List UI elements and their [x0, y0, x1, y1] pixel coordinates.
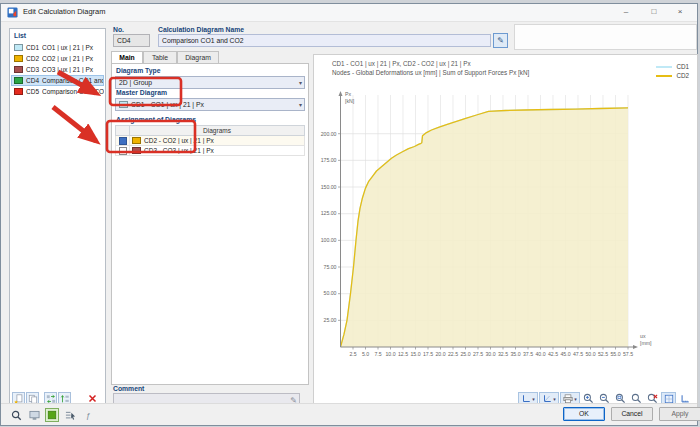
svg-text:27.5: 27.5 [473, 351, 483, 357]
magnifier-dark-icon [11, 410, 22, 421]
list-item-id: CD4 [26, 77, 39, 84]
plot-area[interactable]: 2.55.07.510.012.515.017.520.022.525.027.… [314, 55, 697, 409]
list-item[interactable]: CD3 CO3 | ux | 21 | Px [11, 64, 104, 75]
assignment-row-label: CD3 - CO3 | ux | 21 | Px [144, 147, 214, 154]
list-item[interactable]: CD4 Comparison CO1 and CO2 [11, 75, 104, 86]
assignment-checkbox[interactable] [119, 137, 127, 145]
list-item[interactable]: CD5 Comparison CO1-CO2-CO3 [11, 86, 104, 97]
display-settings-button[interactable] [27, 408, 41, 422]
list-item-id: CD5 [26, 88, 39, 95]
assignment-checkbox[interactable] [119, 147, 127, 155]
pointer-list-icon [65, 410, 76, 421]
svg-text:47.5: 47.5 [573, 351, 583, 357]
svg-text:50.00: 50.00 [324, 290, 337, 296]
apply-button[interactable]: Apply [659, 407, 700, 421]
chart-legend: CD1 CD2 [656, 62, 689, 80]
app-icon [7, 7, 18, 18]
select-objects-button[interactable] [63, 408, 77, 422]
list-item-name: CO2 | ux | 21 | Px [42, 55, 104, 62]
svg-text:55.0: 55.0 [610, 351, 620, 357]
legend-line-swatch [656, 66, 672, 68]
assignment-row[interactable]: CD3 - CO3 | ux | 21 | Px [115, 146, 305, 156]
diagrams-column-header: Diagrams [130, 126, 304, 135]
assignment-row[interactable]: CD2 - CO2 | ux | 21 | Px [115, 136, 305, 146]
info-button[interactable] [9, 408, 23, 422]
axes-diagonal-icon [542, 394, 552, 404]
svg-text:10.0: 10.0 [385, 351, 395, 357]
chart-panel: CD1 - CO1 | ux | 21 | Px, CD2 - CO2 | ux… [313, 54, 698, 410]
master-diagram-select[interactable]: CD1 - CO1 | ux | 21 | Px ▾ [115, 98, 305, 111]
svg-text:[mm]: [mm] [640, 340, 652, 346]
renumber-icon [46, 394, 56, 404]
minimize-button[interactable]: – [613, 4, 639, 20]
name-label: Calculation Diagram Name [158, 26, 244, 33]
cancel-button[interactable]: Cancel [611, 407, 653, 421]
rename-button[interactable]: ✎ [493, 33, 508, 48]
ok-button[interactable]: OK [563, 407, 605, 421]
svg-text:17.5: 17.5 [423, 351, 433, 357]
dialog-footer: ƒ OK Cancel Apply [1, 403, 697, 425]
svg-text:45.0: 45.0 [560, 351, 570, 357]
svg-text:[kN]: [kN] [345, 98, 355, 104]
color-swatch [14, 44, 23, 51]
svg-text:15.0: 15.0 [410, 351, 420, 357]
diagram-type-label: Diagram Type [116, 67, 160, 74]
screen: Edit Calculation Diagram – □ × List CD1 … [0, 0, 700, 427]
assignment-table-header: Diagrams [115, 125, 305, 136]
color-swatch [14, 88, 23, 95]
window-title: Edit Calculation Diagram [23, 7, 106, 16]
display-icon [29, 410, 40, 421]
svg-text:12.5: 12.5 [398, 351, 408, 357]
title-bar[interactable]: Edit Calculation Diagram – □ × [1, 4, 697, 22]
assignment-table: Diagrams CD2 - CO2 | ux | 21 | Px CD3 - … [115, 125, 305, 156]
assignment-rows: CD2 - CO2 | ux | 21 | Px CD3 - CO3 | ux … [115, 136, 305, 156]
list-panel: List CD1 CO1 | ux | 21 | Px CD2 CO2 | ux… [9, 28, 106, 409]
svg-text:20.0: 20.0 [435, 351, 445, 357]
chevron-down-icon: ▾ [299, 79, 302, 86]
chart-title: CD1 - CO1 | ux | 21 | Px, CD2 - CO2 | ux… [332, 60, 471, 67]
legend-line-swatch [656, 75, 672, 77]
svg-text:25.00: 25.00 [324, 317, 337, 323]
close-button[interactable]: × [667, 4, 693, 20]
list-item-id: CD1 [26, 44, 39, 51]
svg-text:2.5: 2.5 [349, 351, 356, 357]
top-right-panel [514, 24, 697, 50]
svg-text:52.5: 52.5 [598, 351, 608, 357]
legend-label: CD2 [676, 72, 689, 79]
rendering-toggle-button[interactable] [45, 408, 59, 422]
function-icon: ƒ [86, 411, 90, 420]
legend-label: CD1 [676, 63, 689, 70]
delete-x-icon [88, 394, 97, 403]
svg-text:75.00: 75.00 [324, 264, 337, 270]
svg-text:100.00: 100.00 [321, 237, 337, 243]
svg-text:57.5: 57.5 [623, 351, 633, 357]
svg-text:37.5: 37.5 [523, 351, 533, 357]
svg-text:200.00: 200.00 [321, 131, 337, 137]
list-item-name: Comparison CO1 and CO2 [42, 77, 104, 84]
svg-text:40.0: 40.0 [535, 351, 545, 357]
list-item-name: CO1 | ux | 21 | Px [42, 44, 104, 51]
comment-label: Comment [113, 385, 144, 392]
svg-text:Px: Px [345, 91, 351, 97]
list-item[interactable]: CD2 CO2 | ux | 21 | Px [11, 53, 104, 64]
name-field[interactable]: Comparison CO1 and CO2 [158, 34, 491, 47]
list-item-name: CO3 | ux | 21 | Px [42, 66, 104, 73]
color-swatch [132, 147, 141, 154]
master-diagram-value: CD1 - CO1 | ux | 21 | Px [131, 101, 204, 108]
axis-scale-icon [680, 394, 690, 404]
list-item-id: CD3 [26, 66, 39, 73]
maximize-button[interactable]: □ [641, 4, 667, 20]
diagram-type-select[interactable]: 2D | Group ▾ [115, 76, 305, 89]
chevron-down-icon: ▾ [299, 101, 302, 108]
formula-button[interactable]: ƒ [81, 408, 95, 422]
svg-text:5.0: 5.0 [362, 351, 369, 357]
checkbox-column-header [116, 126, 130, 135]
no-label: No. [113, 26, 124, 33]
caret-down-icon: ▾ [553, 396, 556, 402]
printer-icon [563, 394, 573, 404]
svg-text:175.00: 175.00 [321, 157, 337, 163]
list-item[interactable]: CD1 CO1 | ux | 21 | Px [11, 42, 104, 53]
caret-down-icon: ▾ [532, 396, 535, 402]
list-item-name: Comparison CO1-CO2-CO3 [42, 88, 104, 95]
assignment-row-label: CD2 - CO2 | ux | 21 | Px [144, 137, 214, 144]
